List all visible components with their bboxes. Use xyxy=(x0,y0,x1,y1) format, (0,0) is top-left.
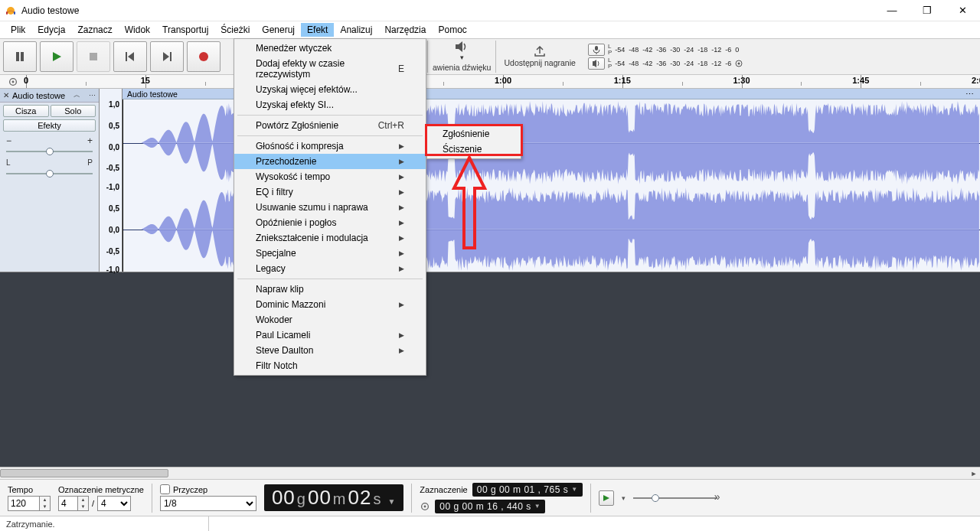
microphone-icon xyxy=(592,45,601,54)
play-at-speed-button[interactable] xyxy=(599,490,614,506)
track-header[interactable]: ✕ Audio testowe ︿ ⋯ xyxy=(0,89,99,103)
menu-item[interactable]: Przechodzenie▶ xyxy=(234,154,426,169)
menu-item[interactable]: Usuwanie szumu i naprawa▶ xyxy=(234,200,426,215)
menu-edycja[interactable]: Edycja xyxy=(31,23,71,37)
bottom-toolbar: Tempo ▲▼ Oznaczenie metryczne ▲▼ / 4 Prz… xyxy=(0,479,980,516)
menu-item[interactable]: Dominic Mazzoni▶ xyxy=(234,297,426,312)
scroll-thumb[interactable] xyxy=(0,469,168,477)
menu-sciezki[interactable]: Ścieżki xyxy=(214,23,256,37)
timesig-denominator[interactable]: 4 xyxy=(97,496,131,511)
menu-pomoc[interactable]: Pomoc xyxy=(432,23,472,37)
efekt-dropdown-menu: Menedżer wtyczekDodaj efekty w czasie rz… xyxy=(234,38,426,376)
menu-item[interactable]: Wokoder xyxy=(234,312,426,327)
menu-generuj[interactable]: Generuj xyxy=(256,23,301,37)
menu-item[interactable]: Głośność i kompresja▶ xyxy=(234,138,426,154)
menu-transportuj[interactable]: Transportuj xyxy=(156,23,214,37)
svg-rect-4 xyxy=(21,52,24,61)
svg-point-21 xyxy=(424,505,426,507)
mute-button[interactable]: Cisza xyxy=(3,105,49,117)
menu-item[interactable]: Zniekształcenie i modulacja▶ xyxy=(234,230,426,246)
audio-setup-label: awienia dźwięku xyxy=(433,63,491,72)
submenu-item[interactable]: Ściszenie xyxy=(427,142,521,157)
pan-slider[interactable] xyxy=(0,167,99,181)
scroll-right-icon[interactable]: ► xyxy=(968,467,980,479)
menu-item[interactable]: EQ i filtry▶ xyxy=(234,184,426,200)
menu-item[interactable]: Specjalne▶ xyxy=(234,246,426,261)
record-button[interactable] xyxy=(187,41,220,72)
menu-item[interactable]: Powtórz ZgłośnienieCtrl+R xyxy=(234,118,426,133)
menu-narzedzia[interactable]: Narzędzia xyxy=(378,23,432,37)
record-meter-button[interactable] xyxy=(588,44,605,56)
horizontal-scrollbar[interactable]: ◄ ► xyxy=(0,467,980,479)
snap-checkbox[interactable]: Przyczep xyxy=(160,484,256,494)
window-close-button[interactable]: ✕ xyxy=(945,0,980,21)
menu-item[interactable]: Opóźnienie i pogłos▶ xyxy=(234,215,426,230)
window-minimize-button[interactable]: — xyxy=(874,0,910,21)
track-control-panel: ✕ Audio testowe ︿ ⋯ Cisza Solo Efekty −+… xyxy=(0,89,100,272)
share-audio-button[interactable]: Udostępnij nagranie xyxy=(495,41,583,73)
menu-item[interactable]: Legacy▶ xyxy=(234,261,426,276)
snap-select[interactable]: 1/8 xyxy=(160,496,256,511)
menu-zaznacz[interactable]: Zaznacz xyxy=(71,23,118,37)
svg-marker-22 xyxy=(603,495,609,501)
svg-marker-8 xyxy=(128,52,134,61)
upload-icon xyxy=(534,46,546,57)
selection-start[interactable]: 00 g 00 m 01 , 765 s▼ xyxy=(472,483,583,497)
timeline-ruler[interactable]: 01530451:001:151:301:452:00 xyxy=(26,75,980,88)
audio-setup-button[interactable]: ▾ awienia dźwięku xyxy=(427,41,491,73)
playback-meter-button[interactable] xyxy=(588,57,605,70)
menu-plik[interactable]: Plik xyxy=(5,23,31,37)
pause-button[interactable] xyxy=(3,41,37,72)
tempo-input[interactable]: ▲▼ xyxy=(8,496,51,511)
window-title: Audio testowe xyxy=(21,5,874,16)
menu-item[interactable]: Dodaj efekty w czasie rzeczywistymE xyxy=(234,56,426,82)
menu-item[interactable]: Wysokość i tempo▶ xyxy=(234,169,426,184)
svg-rect-13 xyxy=(595,46,598,50)
svg-marker-15 xyxy=(593,60,596,67)
svg-point-17 xyxy=(738,63,740,65)
tempo-label: Tempo xyxy=(8,485,51,494)
gear-icon xyxy=(735,60,743,67)
skip-end-button[interactable] xyxy=(150,41,184,72)
stop-button[interactable] xyxy=(77,41,110,72)
transport-controls xyxy=(3,41,220,72)
toolbar: ▾ awienia dźwięku Udostępnij nagranie LP… xyxy=(0,38,980,75)
playback-speed-slider[interactable]: » xyxy=(633,490,717,506)
skip-start-button[interactable] xyxy=(113,41,147,72)
selection-end[interactable]: 00 g 00 m 16 , 440 s▼ xyxy=(435,500,545,513)
svg-point-19 xyxy=(12,80,15,83)
track-close-icon[interactable]: ✕ xyxy=(3,91,9,99)
gear-icon[interactable] xyxy=(420,501,430,512)
menu-item[interactable]: Menedżer wtyczek xyxy=(234,41,426,56)
timesig-numerator[interactable]: ▲▼ xyxy=(58,496,89,511)
clip-name-label: Audio testowe xyxy=(127,90,178,99)
status-text: Zatrzymanie. xyxy=(6,520,55,529)
main-timecode[interactable]: 00g00m02s▼ xyxy=(264,484,403,511)
menu-efekt[interactable]: Efekt xyxy=(301,23,334,37)
svg-point-11 xyxy=(199,52,208,61)
effects-button[interactable]: Efekty xyxy=(3,119,96,132)
svg-rect-6 xyxy=(90,53,97,60)
playback-cursor xyxy=(122,99,123,272)
gain-slider[interactable]: −+ xyxy=(0,134,99,158)
menu-item[interactable]: Filtr Notch xyxy=(234,358,426,373)
track-menu-icon[interactable]: ⋯ xyxy=(89,92,96,99)
menu-widok[interactable]: Widok xyxy=(119,23,156,37)
menu-item[interactable]: Uzyskaj efekty SI... xyxy=(234,97,426,112)
menu-item[interactable]: Steve Daulton▶ xyxy=(234,343,426,358)
submenu-item[interactable]: Zgłośnienie xyxy=(427,126,521,142)
window-maximize-button[interactable]: ❐ xyxy=(910,0,945,21)
menu-item[interactable]: Uzyskaj więcej efektów... xyxy=(234,82,426,97)
menu-analizuj[interactable]: Analizuj xyxy=(334,23,378,37)
play-button[interactable] xyxy=(40,41,74,72)
titlebar: Audio testowe — ❐ ✕ xyxy=(0,0,980,21)
time-signature-label: Oznaczenie metryczne xyxy=(58,485,144,494)
svg-marker-12 xyxy=(456,41,462,52)
timeline-options-button[interactable] xyxy=(0,75,26,88)
solo-button[interactable]: Solo xyxy=(51,105,96,117)
status-bar: Zatrzymanie. xyxy=(0,516,980,531)
menu-item[interactable]: Paul Licameli▶ xyxy=(234,327,426,343)
track-collapse-icon[interactable]: ︿ xyxy=(74,90,80,100)
clip-menu-icon[interactable]: ⋯ xyxy=(965,90,975,99)
menu-item[interactable]: Napraw klip xyxy=(234,282,426,297)
